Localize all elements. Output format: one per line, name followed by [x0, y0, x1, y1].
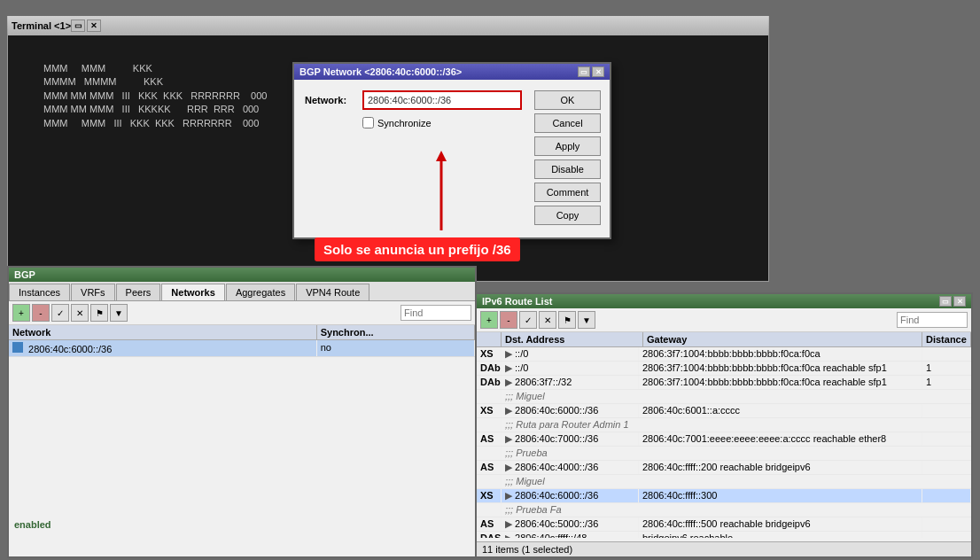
comment-button[interactable]: Comment	[534, 183, 601, 202]
bgp-network-dialog: BGP Network <2806:40c:6000::/36> ▭ ✕ Net…	[292, 62, 611, 239]
network-icon	[12, 342, 23, 353]
check-btn[interactable]: ✓	[51, 304, 69, 322]
cancel-button[interactable]: Cancel	[534, 113, 601, 133]
terminal-close-btn[interactable]: ✕	[87, 19, 101, 32]
tab-networks[interactable]: Networks	[161, 284, 225, 300]
flag-btn[interactable]: ⚑	[90, 304, 108, 322]
ipv6-panel: IPv6 Route List ▭ ✕ + - ✓ ✕ ⚑ ▼ Dst. Add…	[475, 292, 973, 558]
tab-vrfs[interactable]: VRFs	[71, 284, 115, 300]
enabled-label: enabled	[14, 519, 51, 530]
ipv6-table-row[interactable]: AS ▶ 2806:40c:5000::/36 2806:40c:ffff::5…	[477, 517, 971, 532]
ipv6-table-row[interactable]: DAS ▶ 2806:40c:ffff::/48 bridgeipv6 reac…	[477, 532, 971, 538]
ipv6-table-row[interactable]: XS ▶ ::/0 2806:3f7:1004:bbbb:bbbb:bbbb:f…	[477, 347, 971, 362]
bgp-toolbar: + - ✓ ✕ ⚑ ▼	[9, 301, 475, 325]
bgp-find-input[interactable]	[401, 305, 471, 321]
ipv6-table-row[interactable]: ;;; Prueba Fa	[477, 503, 971, 517]
network-input[interactable]	[362, 90, 522, 110]
network-cell: 2806:40c:6000::/36	[9, 340, 317, 356]
tab-aggregates[interactable]: Aggregates	[226, 284, 295, 300]
dialog-buttons: OK Cancel Apply Disable Comment Copy	[534, 90, 601, 225]
remove-btn[interactable]: -	[32, 304, 50, 322]
col-gw: Gateway	[643, 332, 922, 346]
ipv6-check-btn[interactable]: ✓	[519, 311, 537, 329]
terminal-title: Terminal <1>	[12, 20, 71, 31]
ipv6-titlebar: IPv6 Route List ▭ ✕	[477, 294, 971, 308]
ipv6-x-btn[interactable]: ✕	[539, 311, 556, 329]
terminal-titlebar: Terminal <1> ▭ ✕	[8, 16, 768, 35]
ipv6-table-row[interactable]: AS ▶ 2806:40c:7000::/36 2806:40c:7001:ee…	[477, 432, 971, 447]
dialog-restore-btn[interactable]: ▭	[578, 66, 590, 77]
terminal-controls: ▭ ✕	[71, 19, 101, 32]
ipv6-filter-btn[interactable]: ▼	[578, 311, 595, 329]
bgp-panel: BGP Instances VRFs Peers Networks Aggreg…	[7, 266, 477, 558]
ipv6-status: 11 items (1 selected)	[477, 541, 971, 556]
ipv6-table-row[interactable]: DAb ▶ 2806:3f7::/32 2806:3f7:1004:bbbb:b…	[477, 376, 971, 390]
tab-peers[interactable]: Peers	[116, 284, 161, 300]
ipv6-table-header: Dst. Address Gateway Distance	[477, 332, 971, 347]
ipv6-flag-btn[interactable]: ⚑	[558, 311, 576, 329]
ipv6-table-row[interactable]: DAb ▶ ::/0 2806:3f7:1004:bbbb:bbbb:bbbb:…	[477, 362, 971, 376]
ipv6-window-controls: ▭ ✕	[939, 296, 966, 307]
ok-button[interactable]: OK	[534, 90, 601, 110]
x-btn[interactable]: ✕	[71, 304, 89, 322]
apply-button[interactable]: Apply	[534, 136, 601, 156]
dialog-title: BGP Network <2806:40c:6000::/36>	[299, 66, 462, 77]
terminal-restore-btn[interactable]: ▭	[71, 19, 85, 32]
col-dist: Distance	[922, 332, 971, 346]
ipv6-close-btn[interactable]: ✕	[953, 296, 966, 307]
ipv6-table-row[interactable]: ;;; Miguel	[477, 475, 971, 489]
ipv6-table-row[interactable]: ;;; Miguel	[477, 390, 971, 404]
ipv6-table-body: XS ▶ ::/0 2806:3f7:1004:bbbb:bbbb:bbbb:f…	[477, 347, 971, 538]
add-btn[interactable]: +	[12, 304, 30, 322]
ipv6-add-btn[interactable]: +	[480, 311, 498, 329]
ipv6-remove-btn[interactable]: -	[500, 311, 517, 329]
col-network: Network	[9, 325, 317, 339]
ipv6-table-row[interactable]: XS ▶ 2806:40c:6000::/36 2806:40c:ffff::3…	[477, 489, 971, 503]
network-label: Network:	[305, 95, 362, 105]
copy-button[interactable]: Copy	[534, 206, 601, 225]
ipv6-title: IPv6 Route List	[482, 296, 552, 307]
dialog-close-btn[interactable]: ✕	[592, 66, 604, 77]
bgp-table-header: Network Synchron...	[9, 325, 475, 340]
col-sync: Synchron...	[317, 325, 475, 339]
ipv6-toolbar: + - ✓ ✕ ⚑ ▼	[477, 308, 971, 332]
ipv6-restore-btn[interactable]: ▭	[939, 296, 952, 307]
ipv6-table-row[interactable]: XS ▶ 2806:40c:6000::/36 2806:40c:6001::a…	[477, 404, 971, 418]
sync-checkbox[interactable]	[362, 117, 374, 128]
filter-btn[interactable]: ▼	[110, 304, 128, 322]
tab-vpn4route[interactable]: VPN4 Route	[296, 284, 369, 300]
ipv6-table-row[interactable]: ;;; Prueba	[477, 447, 971, 461]
bgp-title: BGP	[14, 269, 35, 280]
col-dst: Dst. Address	[502, 332, 643, 346]
tab-instances[interactable]: Instances	[9, 284, 70, 300]
dialog-controls: ▭ ✕	[578, 66, 604, 77]
bgp-table-row[interactable]: 2806:40c:6000::/36 no	[9, 340, 475, 357]
dialog-titlebar: BGP Network <2806:40c:6000::/36> ▭ ✕	[294, 64, 610, 80]
bgp-titlebar: BGP	[9, 268, 475, 282]
sync-cell: no	[317, 340, 475, 356]
ipv6-find-input[interactable]	[897, 312, 968, 328]
bgp-tabs: Instances VRFs Peers Networks Aggregates…	[9, 282, 475, 301]
sync-label: Synchronize	[377, 118, 432, 128]
ipv6-table-row[interactable]: ;;; Ruta para Router Admin 1	[477, 418, 971, 432]
disable-button[interactable]: Disable	[534, 159, 601, 179]
ipv6-table-row[interactable]: AS ▶ 2806:40c:4000::/36 2806:40c:ffff::2…	[477, 461, 971, 475]
